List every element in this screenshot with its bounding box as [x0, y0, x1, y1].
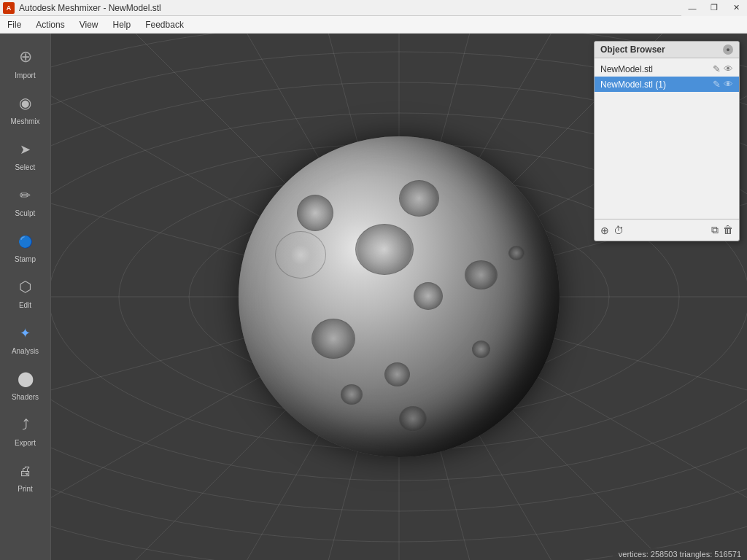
- sculpt-icon: [12, 182, 39, 208]
- object-browser-header: Object Browser ●: [595, 42, 739, 58]
- ob-eye-icon-1[interactable]: 👁: [724, 79, 733, 90]
- titlebar: A Autodesk Meshmixer - NewModel.stl — ❐ …: [0, 0, 747, 16]
- export-icon: [12, 411, 39, 438]
- shaders-icon: [12, 365, 39, 392]
- app-logo: A: [3, 2, 15, 14]
- close-button[interactable]: ✕: [725, 0, 747, 16]
- tool-analysis[interactable]: Analysis: [2, 315, 49, 359]
- viewport[interactable]: Object Browser ● NewModel.stl✎👁NewModel.…: [51, 34, 747, 560]
- tool-print[interactable]: Print: [2, 453, 49, 497]
- window-controls[interactable]: — ❐ ✕: [681, 0, 747, 16]
- object-browser-title: Object Browser: [600, 44, 665, 55]
- menubar: FileActionsViewHelpFeedback: [0, 16, 747, 34]
- ob-add-icon[interactable]: ⊕: [600, 225, 609, 236]
- tool-import[interactable]: Import: [2, 39, 49, 84]
- sphere-container: [239, 136, 560, 457]
- tool-label-analysis: Analysis: [12, 347, 39, 355]
- print-icon: [12, 457, 39, 483]
- tool-select[interactable]: Select: [2, 131, 49, 176]
- ob-item-0[interactable]: NewModel.stl✎👁: [595, 61, 739, 77]
- menu-item-view[interactable]: View: [72, 18, 106, 32]
- status-text: vertices: 258503 triangles: 516571: [619, 550, 741, 559]
- tool-label-select: Select: [15, 163, 36, 171]
- tool-label-sculpt: Sculpt: [15, 209, 36, 217]
- import-icon: [12, 44, 39, 70]
- ob-item-1[interactable]: NewModel.stl (1)✎👁: [595, 77, 739, 92]
- tool-shaders[interactable]: Shaders: [2, 361, 49, 405]
- ob-item-name-1: NewModel.stl (1): [600, 79, 666, 90]
- tool-sculpt[interactable]: Sculpt: [2, 177, 49, 222]
- ob-time-icon[interactable]: ⏱: [614, 225, 624, 236]
- object-browser-list: NewModel.stl✎👁NewModel.stl (1)✎👁: [595, 58, 739, 219]
- minimize-button[interactable]: —: [681, 0, 703, 16]
- tool-label-meshmix: Meshmix: [10, 117, 39, 125]
- main-layout: ImportMeshmixSelectSculptStampEditAnalys…: [0, 34, 747, 560]
- menu-item-help[interactable]: Help: [106, 18, 139, 32]
- window-title: Autodesk Meshmixer - NewModel.stl: [19, 3, 161, 13]
- moon-sphere: [239, 136, 560, 457]
- tool-export[interactable]: Export: [2, 407, 49, 451]
- menu-item-feedback[interactable]: Feedback: [138, 18, 191, 32]
- tool-label-edit: Edit: [19, 301, 31, 309]
- ob-item-name-0: NewModel.stl: [600, 64, 653, 74]
- object-browser-footer-icons: ⊕ ⏱: [600, 225, 624, 236]
- meshmix-icon: [12, 90, 39, 116]
- tool-label-stamp: Stamp: [15, 255, 36, 263]
- tool-label-shaders: Shaders: [12, 393, 39, 401]
- edit-icon: [12, 273, 39, 300]
- ob-edit-icon-0[interactable]: ✎: [713, 63, 721, 74]
- statusbar: vertices: 258503 triangles: 516571: [613, 548, 747, 560]
- object-browser: Object Browser ● NewModel.stl✎👁NewModel.…: [594, 41, 740, 241]
- tool-edit[interactable]: Edit: [2, 269, 49, 314]
- ob-edit-icon-1[interactable]: ✎: [713, 79, 721, 90]
- object-browser-close[interactable]: ●: [723, 44, 733, 55]
- menu-item-actions[interactable]: Actions: [28, 18, 71, 32]
- left-toolbar: ImportMeshmixSelectSculptStampEditAnalys…: [0, 34, 51, 560]
- maximize-button[interactable]: ❐: [703, 0, 725, 16]
- stamp-icon: [12, 228, 39, 254]
- tool-label-export: Export: [15, 439, 36, 447]
- ob-delete-icon[interactable]: 🗑: [723, 224, 733, 236]
- ob-duplicate-icon[interactable]: ⧉: [711, 224, 719, 236]
- object-browser-footer: ⊕ ⏱ ⧉ 🗑: [595, 219, 739, 241]
- tool-label-print: Print: [18, 485, 33, 493]
- object-browser-footer-icons-right: ⧉ 🗑: [711, 224, 733, 236]
- tool-stamp[interactable]: Stamp: [2, 223, 49, 268]
- ob-eye-icon-0[interactable]: 👁: [724, 63, 733, 74]
- menu-item-file[interactable]: File: [0, 18, 28, 32]
- analysis-icon: [12, 319, 39, 346]
- tool-meshmix[interactable]: Meshmix: [2, 85, 49, 130]
- select-icon: [12, 136, 39, 162]
- tool-label-import: Import: [15, 71, 35, 79]
- titlebar-left: A Autodesk Meshmixer - NewModel.stl: [0, 2, 161, 14]
